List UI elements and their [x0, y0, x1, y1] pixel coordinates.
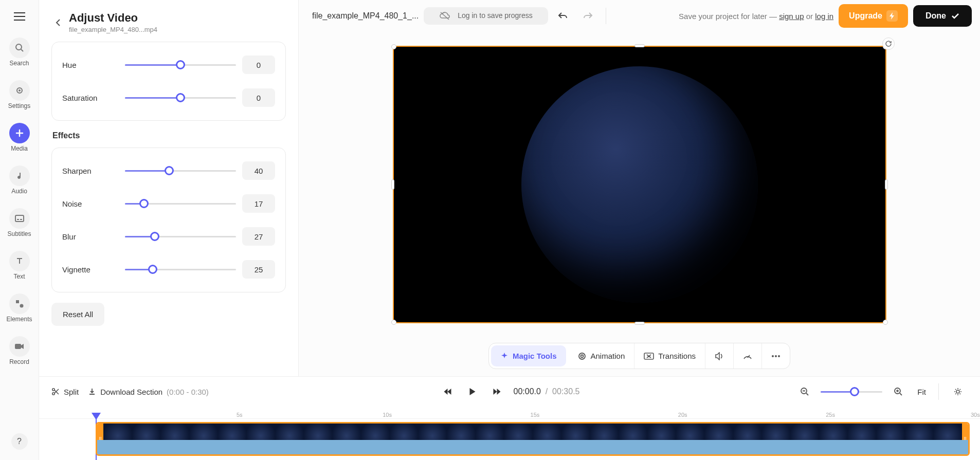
- timeline-tracks[interactable]: || ||: [39, 419, 980, 460]
- nav-subtitles[interactable]: Subtitles: [0, 206, 39, 240]
- more-button[interactable]: [762, 343, 790, 369]
- sparkle-icon: [500, 352, 509, 360]
- resize-handle[interactable]: [883, 320, 888, 325]
- color-controls: Hue 0 Saturation 0: [51, 42, 286, 121]
- transitions-icon: [644, 353, 654, 360]
- hue-slider[interactable]: [125, 60, 236, 70]
- zoom-slider[interactable]: [821, 388, 882, 396]
- sharpen-value[interactable]: 40: [242, 161, 275, 180]
- svg-point-10: [772, 355, 774, 357]
- download-section-button[interactable]: Download Section (0:00 - 0:30): [88, 388, 209, 396]
- vignette-slider[interactable]: [125, 264, 236, 274]
- svg-point-17: [956, 390, 959, 393]
- upgrade-button[interactable]: Upgrade: [839, 4, 908, 28]
- nav-label: Audio: [11, 188, 27, 195]
- video-canvas[interactable]: [393, 46, 886, 323]
- settings-icon: [9, 80, 30, 101]
- refresh-icon[interactable]: [882, 38, 895, 50]
- video-clip[interactable]: || ||: [96, 422, 970, 456]
- menu-button[interactable]: [9, 6, 30, 27]
- blur-row: Blur 27: [62, 220, 275, 253]
- nav-label: Media: [11, 145, 28, 152]
- sharpen-row: Sharpen 40: [62, 154, 275, 187]
- resize-handle[interactable]: [634, 44, 645, 47]
- duration: 00:30.5: [552, 387, 579, 396]
- reset-all-button[interactable]: Reset All: [51, 303, 104, 326]
- noise-slider[interactable]: [125, 198, 236, 209]
- timeline: Split Download Section (0:00 - 0:30) 00:…: [39, 376, 980, 460]
- animation-icon: [577, 352, 587, 361]
- sign-up-link[interactable]: sign up: [779, 12, 804, 21]
- hue-value[interactable]: 0: [242, 56, 275, 74]
- login-chip[interactable]: Log in to save progress: [424, 7, 548, 25]
- resize-handle[interactable]: [885, 179, 888, 190]
- nav-label: Text: [13, 273, 25, 280]
- effects-title: Effects: [52, 131, 286, 140]
- saturation-row: Saturation 0: [62, 81, 275, 114]
- help-button[interactable]: ?: [11, 433, 28, 450]
- vignette-row: Vignette 25: [62, 253, 275, 286]
- back-button[interactable]: [53, 16, 63, 29]
- resize-handle[interactable]: [391, 179, 394, 190]
- saturation-slider[interactable]: [125, 93, 236, 103]
- svg-point-5: [20, 304, 23, 308]
- noise-value[interactable]: 17: [242, 194, 275, 213]
- redo-button[interactable]: [578, 6, 597, 26]
- noise-row: Noise 17: [62, 187, 275, 220]
- canvas-container: [299, 32, 980, 337]
- nav-label: Settings: [8, 102, 30, 109]
- nav-label: Subtitles: [7, 230, 31, 237]
- nav-search[interactable]: Search: [0, 35, 39, 69]
- zoom-in-button[interactable]: [888, 382, 908, 401]
- nav-elements[interactable]: Elements: [0, 291, 39, 325]
- more-icon: [771, 355, 781, 358]
- sharpen-slider[interactable]: [125, 165, 236, 176]
- blur-slider[interactable]: [125, 231, 236, 242]
- nav-text[interactable]: Text: [0, 248, 39, 283]
- resize-handle[interactable]: [391, 320, 396, 325]
- subtitles-icon: [9, 208, 30, 229]
- zoom-out-button[interactable]: [795, 382, 814, 401]
- save-prompt: Save your project for later — sign up or…: [679, 12, 833, 21]
- resize-handle[interactable]: [391, 44, 396, 49]
- nav-record[interactable]: Record: [0, 334, 39, 368]
- speed-button[interactable]: [734, 343, 762, 369]
- preview-area: file_example_MP4_480_1_... Log in to sav…: [299, 0, 980, 376]
- svg-rect-3: [15, 215, 24, 222]
- transitions-button[interactable]: Transitions: [634, 343, 705, 369]
- search-icon: [9, 38, 30, 58]
- fit-button[interactable]: Fit: [914, 388, 929, 396]
- blur-label: Blur: [62, 232, 119, 241]
- animation-button[interactable]: Animation: [568, 343, 635, 369]
- nav-settings[interactable]: Settings: [0, 78, 39, 112]
- saturation-value[interactable]: 0: [242, 88, 275, 107]
- forward-button[interactable]: [488, 383, 505, 400]
- nav-label: Elements: [6, 316, 32, 323]
- hue-label: Hue: [62, 61, 119, 69]
- tool-row: Magic Tools Animation Transitions: [299, 337, 980, 376]
- rewind-button[interactable]: [439, 383, 456, 400]
- magic-tools-button[interactable]: Magic Tools: [491, 345, 566, 366]
- log-in-link[interactable]: log in: [815, 12, 833, 21]
- volume-button[interactable]: [705, 343, 734, 369]
- volume-icon: [715, 352, 724, 360]
- undo-button[interactable]: [553, 6, 573, 26]
- done-button[interactable]: Done: [913, 5, 972, 27]
- split-button[interactable]: Split: [51, 388, 79, 396]
- vignette-value[interactable]: 25: [242, 260, 275, 279]
- nav-media[interactable]: Media: [0, 120, 39, 155]
- timeline-settings-button[interactable]: [948, 382, 968, 401]
- project-name[interactable]: file_example_MP4_480_1_...: [307, 11, 419, 21]
- saturation-label: Saturation: [62, 94, 119, 102]
- timeline-ruler[interactable]: 5s 10s 15s 20s 25s 30s: [39, 407, 980, 419]
- scissors-icon: [51, 388, 60, 396]
- svg-point-11: [775, 355, 777, 357]
- play-button[interactable]: [464, 383, 480, 400]
- resize-handle[interactable]: [634, 322, 645, 325]
- record-icon: [9, 336, 30, 357]
- hue-row: Hue 0: [62, 48, 275, 81]
- svg-point-0: [16, 44, 22, 50]
- nav-audio[interactable]: Audio: [0, 163, 39, 197]
- svg-point-8: [580, 355, 583, 357]
- blur-value[interactable]: 27: [242, 227, 275, 246]
